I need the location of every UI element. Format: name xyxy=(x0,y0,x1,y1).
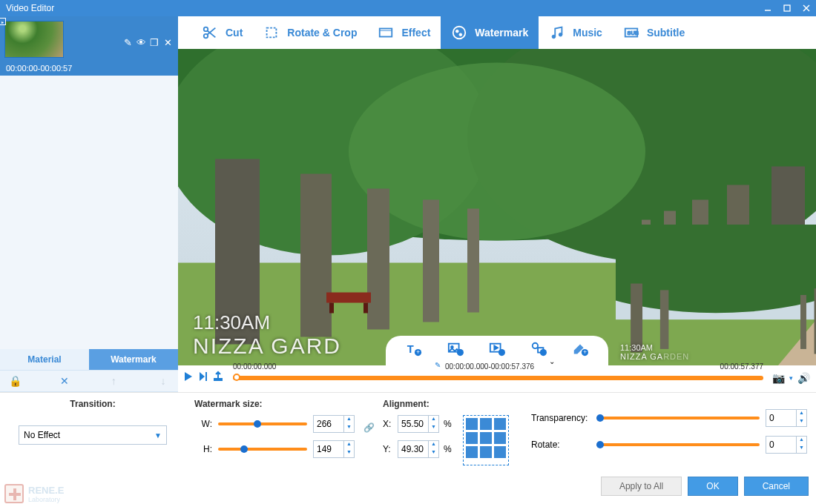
playhead[interactable] xyxy=(233,374,240,381)
window-title: Video Editor xyxy=(6,3,54,13)
svg-rect-8 xyxy=(267,28,277,38)
clip-thumb xyxy=(4,21,64,58)
remove-icon[interactable]: ✕ xyxy=(162,37,174,48)
step-button[interactable] xyxy=(197,371,209,385)
logo-icon xyxy=(4,484,24,503)
add-image-icon[interactable]: + xyxy=(447,341,464,360)
watermark-icon xyxy=(451,24,467,41)
svg-point-15 xyxy=(559,33,563,36)
alignment-grid[interactable] xyxy=(463,415,509,465)
play-button[interactable] xyxy=(182,371,194,385)
duplicate-icon[interactable]: ❐ xyxy=(148,37,160,48)
w-input[interactable]: ▲▼ xyxy=(313,415,355,433)
svg-point-41 xyxy=(616,225,816,313)
lock-icon[interactable]: 🔒 xyxy=(7,375,22,387)
align-label: Alignment: xyxy=(383,399,513,409)
watermark-actions: T+ + + + + xyxy=(386,336,608,365)
y-input[interactable]: ▲▼ xyxy=(398,440,439,458)
edit-icon[interactable]: ✎ xyxy=(122,37,134,48)
svg-point-11 xyxy=(453,27,466,39)
wm-line2: NIZZA GARD xyxy=(193,334,341,358)
tab-effect[interactable]: Effect xyxy=(367,16,441,49)
rotate-slider[interactable] xyxy=(596,443,760,446)
music-icon xyxy=(549,24,565,41)
tab-material[interactable]: Material xyxy=(0,349,89,370)
clip-item[interactable]: ▸ ✎ 👁 ❐ ✕ 00:00:00-00:00:57 xyxy=(0,16,178,76)
svg-point-59 xyxy=(533,343,538,348)
apply-all-button[interactable]: Apply to All xyxy=(601,477,682,496)
tab-subtitle[interactable]: SUB Subtitle xyxy=(613,16,695,49)
svg-rect-29 xyxy=(467,209,479,313)
svg-rect-43 xyxy=(631,284,642,353)
preview-area[interactable]: 11:30AM NIZZA GARD 11:30AMNIZZA GARDEN ⌄… xyxy=(178,49,816,365)
left-panel: ▸ ✎ 👁 ❐ ✕ 00:00:00-00:00:57 Material Wat… xyxy=(0,16,178,392)
svg-rect-28 xyxy=(423,200,439,322)
effect-icon xyxy=(378,24,394,41)
svg-marker-56 xyxy=(494,345,498,350)
minimize-button[interactable] xyxy=(758,0,777,16)
titlebar: Video Editor xyxy=(0,0,816,16)
move-down-icon[interactable]: ↓ xyxy=(156,375,171,387)
timeline: 00:00:00.000 ✎ 00:00:00.000-00:00:57.376… xyxy=(178,365,816,392)
tab-cut[interactable]: Cut xyxy=(191,16,253,49)
svg-text:SUB: SUB xyxy=(627,30,638,36)
watermark-preview[interactable]: 11:30AM NIZZA GARD xyxy=(193,312,341,358)
export-icon[interactable] xyxy=(212,371,224,385)
preview-pip: 11:30AMNIZZA GARDEN xyxy=(616,225,816,365)
delete-icon[interactable]: ✕ xyxy=(57,375,72,387)
transparency-input[interactable]: ▲▼ xyxy=(766,409,807,427)
svg-text:+: + xyxy=(583,349,587,356)
svg-point-13 xyxy=(459,33,462,36)
h-label: H: xyxy=(194,444,212,454)
cancel-button[interactable]: Cancel xyxy=(744,477,809,496)
clip-tools: ✎ 👁 ❐ ✕ xyxy=(122,37,174,48)
x-input[interactable]: ▲▼ xyxy=(398,415,439,433)
transparency-slider[interactable] xyxy=(596,417,760,420)
svg-marker-66 xyxy=(200,372,205,381)
move-up-icon[interactable]: ↑ xyxy=(106,375,121,387)
volume-icon[interactable]: 🔊 xyxy=(797,372,810,384)
rotate-input[interactable]: ▲▼ xyxy=(766,436,807,454)
collapse-chevron-icon[interactable]: ⌄ xyxy=(549,357,555,365)
left-icon-row: 🔒 ✕ ↑ ↓ xyxy=(0,370,178,392)
maximize-button[interactable] xyxy=(777,0,797,16)
add-remove-icon[interactable]: + xyxy=(572,341,588,360)
form-area: Transition: No Effect ▼ Watermark size: … xyxy=(0,392,816,503)
scissors-icon xyxy=(202,24,218,41)
time-track[interactable]: 00:00:00.000 ✎ 00:00:00.000-00:00:57.376… xyxy=(233,371,763,385)
svg-point-14 xyxy=(552,35,556,39)
svg-text:+: + xyxy=(416,349,420,356)
svg-rect-1 xyxy=(784,5,790,11)
add-shape-icon[interactable]: + xyxy=(530,341,547,360)
snapshot-icon[interactable]: 📷 xyxy=(772,372,785,384)
svg-rect-67 xyxy=(205,372,207,381)
tab-music[interactable]: Music xyxy=(539,16,613,49)
w-slider[interactable] xyxy=(218,422,307,425)
close-button[interactable] xyxy=(797,0,816,16)
tab-rotate[interactable]: Rotate & Crop xyxy=(253,16,367,49)
svg-text:+: + xyxy=(542,349,545,356)
w-label: W: xyxy=(194,419,212,429)
add-video-icon[interactable]: + xyxy=(489,341,505,360)
crop-icon xyxy=(263,24,280,41)
svg-text:+: + xyxy=(500,349,504,356)
svg-rect-35 xyxy=(326,293,371,303)
left-tabs: Material Watermark xyxy=(0,349,178,370)
transition-label: Transition: xyxy=(9,399,177,409)
h-input[interactable]: ▲▼ xyxy=(313,440,355,458)
add-text-icon[interactable]: T+ xyxy=(406,341,422,360)
ok-button[interactable]: OK xyxy=(688,477,737,496)
transition-value: No Effect xyxy=(24,430,60,440)
time-start: 00:00:00.000 xyxy=(233,362,276,371)
tab-watermark-side[interactable]: Watermark xyxy=(89,349,178,370)
preview-icon[interactable]: 👁 xyxy=(135,37,147,48)
edit-range-icon[interactable]: ✎ xyxy=(435,361,441,369)
svg-rect-47 xyxy=(800,295,806,349)
play-hint-icon: ▸ xyxy=(0,18,6,25)
snapshot-chevron-icon[interactable]: ▾ xyxy=(789,374,793,382)
tab-watermark[interactable]: Watermark xyxy=(441,16,539,49)
h-slider[interactable] xyxy=(218,448,307,451)
link-wh-icon[interactable]: 🔗 xyxy=(363,422,375,433)
transition-select[interactable]: No Effect ▼ xyxy=(19,425,167,445)
size-label: Watermark size: xyxy=(194,399,355,409)
